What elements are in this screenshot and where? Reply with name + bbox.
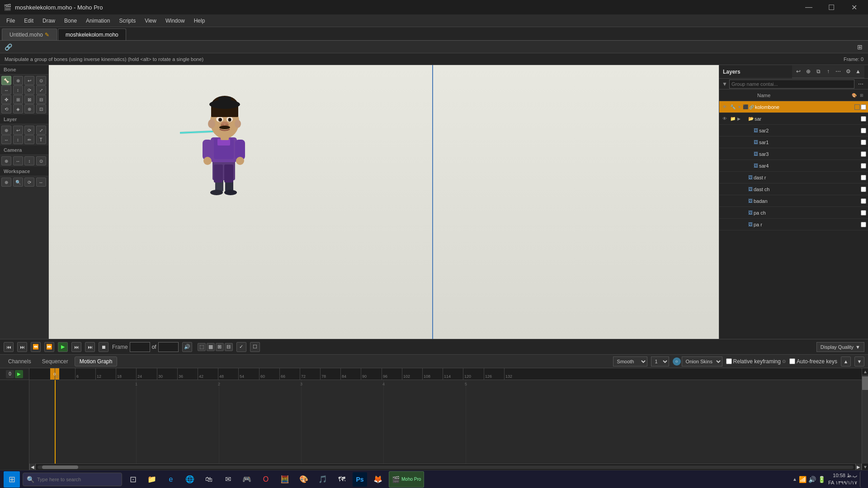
menu-edit[interactable]: Edit: [19, 16, 38, 26]
layer-cb-sar[interactable]: [861, 116, 866, 122]
layer-cb-sar1[interactable]: [861, 140, 866, 145]
layers-tb-move-up[interactable]: ↑: [824, 67, 833, 76]
view-check[interactable]: ✓: [236, 342, 246, 352]
tool-add-bone[interactable]: ⊕: [13, 76, 23, 85]
tab-motion-graph[interactable]: Motion Graph: [75, 357, 118, 366]
layer-cb-dast-ch[interactable]: [861, 187, 866, 192]
menu-window[interactable]: Window: [161, 16, 189, 26]
layer-cb-kolombone[interactable]: [861, 104, 866, 110]
taskbar-clock[interactable]: 10:58 ب.ظ FA ۱۳۹۹/۱/۱۷: [828, 472, 857, 486]
taskbar-calc[interactable]: 🧮: [277, 471, 293, 488]
taskbar-media[interactable]: 🎵: [315, 471, 331, 488]
timeline-up-btn[interactable]: ▲: [841, 357, 851, 366]
timeline-down-btn[interactable]: ▼: [854, 357, 864, 366]
layers-collapse[interactable]: ▲: [854, 67, 863, 76]
taskbar-maps[interactable]: 🗺: [334, 471, 350, 488]
taskbar-app2[interactable]: 🎨: [296, 471, 312, 488]
tl-play[interactable]: 0: [6, 370, 14, 378]
tool-transform1[interactable]: ↔: [1, 85, 11, 94]
vscroll-track[interactable]: [862, 375, 868, 464]
scroll-track[interactable]: [38, 465, 854, 469]
tool-layer-add[interactable]: ⊕: [1, 126, 11, 135]
taskbar-opera[interactable]: O: [258, 471, 274, 488]
layer-cb-dast-r[interactable]: [861, 175, 866, 180]
anim-go-end[interactable]: ⏭: [85, 342, 95, 352]
layer-vis-pa-ch[interactable]: [721, 209, 728, 216]
tool-camera-orbit[interactable]: ⊙: [36, 156, 46, 165]
taskbar-photoshop[interactable]: Ps: [353, 472, 367, 487]
menu-draw[interactable]: Draw: [38, 16, 60, 26]
tool-bone-extra[interactable]: ◈: [13, 104, 23, 113]
view-toggle3[interactable]: ⊞: [216, 343, 224, 351]
tool-layer-undo[interactable]: ↩: [13, 126, 23, 135]
show-desktop-btn[interactable]: [860, 471, 864, 488]
menu-scripts[interactable]: Scripts: [114, 16, 140, 26]
tray-battery-icon[interactable]: 🔋: [818, 476, 826, 483]
onion-skins-select[interactable]: Onion Skins: [682, 357, 722, 366]
taskbar-file-explorer[interactable]: 📁: [144, 471, 160, 488]
auto-freeze-input[interactable]: [789, 358, 795, 364]
tool-manipulate[interactable]: 🦴: [1, 76, 11, 85]
tool-select[interactable]: ⊙: [36, 76, 46, 85]
tool-transform2[interactable]: ↕: [13, 85, 23, 94]
layer-filter-input[interactable]: [729, 80, 854, 89]
menu-animation[interactable]: Animation: [81, 16, 114, 26]
titlebar-controls[interactable]: — ☐ ✕: [798, 0, 864, 14]
view-toggle4[interactable]: ⊟: [225, 343, 233, 351]
tool-layer-h[interactable]: ↔: [1, 135, 11, 144]
tool-weight[interactable]: ⊠: [24, 95, 34, 104]
tab-untitled[interactable]: Untitled.moho ✎: [2, 28, 57, 40]
menu-help[interactable]: Help: [189, 16, 210, 26]
relative-keyframing-check[interactable]: Relative keyframing ⊙: [726, 358, 786, 365]
toolbar-panel-btn[interactable]: ⊞: [854, 42, 865, 52]
playhead[interactable]: [55, 380, 56, 464]
layer-row-badan[interactable]: 🖼 badan: [719, 195, 868, 207]
layer-cb-sar2[interactable]: [861, 128, 866, 133]
expand-sar[interactable]: ▶: [737, 117, 742, 121]
layer-row-dast-r[interactable]: 🖼 dast r: [719, 172, 868, 183]
smooth-value-select[interactable]: 1 2 3: [651, 357, 669, 366]
layer-vis-sar3[interactable]: [721, 150, 728, 158]
taskbar-chrome[interactable]: 🌐: [182, 471, 198, 488]
tool-text[interactable]: T: [36, 135, 46, 144]
layer-row-sar[interactable]: 👁 📁 ▶ 📂 sar: [719, 113, 868, 125]
tab-moshkelekolom[interactable]: moshkelekolom.moho: [58, 28, 126, 40]
maximize-button[interactable]: ☐: [821, 0, 842, 14]
anim-step-fwd[interactable]: ⏩: [44, 342, 54, 352]
layer-cb-sar3[interactable]: [861, 151, 866, 157]
anim-audio[interactable]: 🔊: [182, 342, 192, 352]
smooth-select[interactable]: Smooth Linear Ease In Ease Out: [613, 357, 647, 366]
scroll-up-btn[interactable]: ▲: [862, 368, 868, 375]
view-box[interactable]: ☐: [250, 342, 260, 352]
tool-spring[interactable]: ⟲: [1, 104, 11, 113]
layer-row-dast-ch[interactable]: 🖼 dast ch: [719, 183, 868, 195]
layer-row-sar3[interactable]: 🖼 sar3: [719, 148, 868, 160]
layer-row-sar2[interactable]: 🖼 sar2: [719, 125, 868, 136]
layer-row-kolombone[interactable]: 👁 🔧 ▼ ⬛ 🔗 kolombone: [719, 101, 868, 113]
layers-tb-more[interactable]: ⋯: [834, 67, 843, 76]
taskbar-store[interactable]: 🛍: [201, 471, 217, 488]
anim-next-key[interactable]: ⏭: [71, 342, 81, 352]
tool-workspace-add[interactable]: ⊕: [1, 178, 11, 187]
tool-pencil[interactable]: ✏: [24, 135, 34, 144]
layer-vis-sar1[interactable]: [721, 139, 728, 146]
layers-tb-settings[interactable]: ⚙: [844, 67, 853, 76]
tool-layer-v[interactable]: ↕: [13, 135, 23, 144]
tool-bind[interactable]: ⊞: [13, 95, 23, 104]
tool-layer-scale[interactable]: ⤢: [36, 126, 46, 135]
scroll-down-btn[interactable]: ▼: [862, 464, 868, 470]
layer-row-pa-ch[interactable]: 🖼 pa ch: [719, 207, 868, 219]
layer-vis-pa-r[interactable]: [721, 221, 728, 228]
vscroll-thumb[interactable]: [862, 376, 868, 390]
minimize-button[interactable]: —: [798, 0, 819, 14]
layer-vis-sar[interactable]: 👁: [721, 115, 728, 122]
tool-workspace-pan[interactable]: ↔: [36, 178, 46, 187]
menu-view[interactable]: View: [140, 16, 161, 26]
layer-row-pa-r[interactable]: 🖼 pa r: [719, 219, 868, 230]
tool-camera-move[interactable]: ↔: [13, 156, 23, 165]
anim-play[interactable]: ▶: [58, 342, 68, 352]
anim-go-start[interactable]: ⏮: [4, 342, 14, 352]
tool-workspace-rotate[interactable]: ⟳: [24, 178, 34, 187]
layer-vis-sar2[interactable]: [721, 127, 728, 134]
tray-up-icon[interactable]: ▲: [793, 477, 797, 482]
